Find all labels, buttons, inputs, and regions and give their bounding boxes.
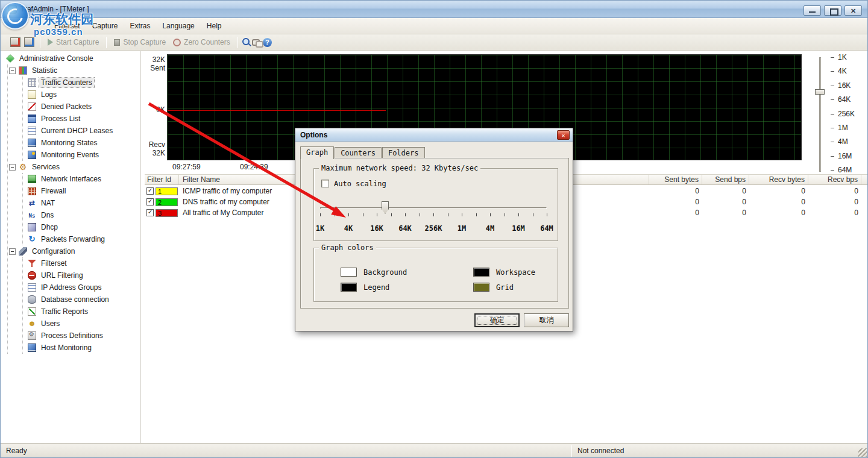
sidebar-item-ip-address-groups[interactable]: IP Address Groups <box>23 281 140 293</box>
tree-item-label: Network Interfaces <box>39 174 103 184</box>
dialog-close-button[interactable] <box>557 130 570 140</box>
collapse-toggle-icon[interactable] <box>9 67 16 74</box>
cancel-button[interactable]: 取消 <box>524 313 569 327</box>
menu-help[interactable]: Help <box>201 19 228 33</box>
tick-mark <box>831 128 834 128</box>
column-header-sent-bytes[interactable]: Sent bytes <box>649 175 702 184</box>
filter-enabled-checkbox[interactable] <box>146 198 154 205</box>
configuration-icon <box>19 247 27 256</box>
menu-extras[interactable]: Extras <box>124 19 156 33</box>
collapse-toggle-icon[interactable] <box>9 164 16 171</box>
tick-mark <box>831 99 834 100</box>
sidebar-item-dns[interactable]: Dns <box>23 209 140 221</box>
scale-tick: 64K <box>831 95 851 104</box>
background-color-swatch[interactable] <box>341 268 357 277</box>
column-header-send-bps[interactable]: Send bps <box>702 175 749 184</box>
status-text: Ready <box>6 447 27 455</box>
ok-button[interactable]: 确定 <box>474 313 520 327</box>
legend-color-swatch[interactable] <box>341 283 357 292</box>
workspace-color-swatch[interactable] <box>473 268 489 277</box>
tree-root-administrative-console[interactable]: Administrative Console <box>0 52 140 64</box>
tree-item-label: Dhcp <box>39 222 60 232</box>
sidebar-item-filterset[interactable]: Filterset <box>23 257 140 269</box>
window-title: TrafAdmin - [TMeter ] <box>20 5 89 13</box>
filter-enabled-checkbox[interactable] <box>146 187 154 195</box>
filter-color-swatch: 1 <box>156 187 178 195</box>
toolbar-separator <box>40 37 40 48</box>
collapse-toggle-icon[interactable] <box>9 248 16 255</box>
tab-counters[interactable]: Counters <box>335 147 382 159</box>
tree-group-statistic[interactable]: Statistic <box>8 64 140 77</box>
start-capture-button[interactable]: Start Capture <box>44 37 102 48</box>
scale-tick: 64M <box>831 166 852 174</box>
column-header-recv-bps[interactable]: Recv bps <box>808 175 861 184</box>
menu-bar: Filterset Capture Extras Language Help <box>0 18 868 34</box>
title-bar[interactable]: TrafAdmin - [TMeter ] <box>0 0 868 18</box>
resize-grip[interactable] <box>858 448 867 457</box>
sidebar-item-packets-forwarding[interactable]: Packets Forwarding <box>23 233 140 245</box>
tree-item-label: Filterset <box>39 259 69 268</box>
minimize-button[interactable] <box>804 5 821 16</box>
scale-tick-label: 1M <box>838 124 848 132</box>
menu-language[interactable]: Language <box>156 19 200 33</box>
filterset-config-icon[interactable] <box>24 37 34 47</box>
sidebar-item-logs[interactable]: Logs <box>23 89 140 101</box>
column-header-recv-bytes[interactable]: Recv bytes <box>749 175 808 184</box>
sidebar-item-traffic-counters[interactable]: Traffic Counters <box>23 77 140 89</box>
speed-tick-label: 1M <box>458 224 466 233</box>
menu-capture[interactable]: Capture <box>86 19 124 33</box>
adapter-config-icon[interactable] <box>10 37 20 47</box>
sidebar-item-host-monitoring[interactable]: Host Monitoring <box>23 342 140 354</box>
tab-folders[interactable]: Folders <box>382 147 425 159</box>
dialog-title-bar[interactable]: Options <box>295 128 573 142</box>
sidebar-item-dhcp[interactable]: Dhcp <box>23 221 140 233</box>
tree-group-services[interactable]: Services <box>8 161 140 173</box>
auto-scaling-checkbox[interactable] <box>321 180 329 187</box>
close-button[interactable] <box>844 5 862 16</box>
sidebar-item-denied-packets[interactable]: Denied Packets <box>23 101 140 113</box>
nat-icon <box>28 199 36 207</box>
tick-mark <box>831 142 834 142</box>
scale-slider-track[interactable] <box>819 57 821 172</box>
sidebar-item-process-list[interactable]: Process List <box>23 113 140 125</box>
toolbar-separator <box>106 37 107 48</box>
sent-label: Sent <box>143 64 165 72</box>
speed-slider-labels: 1K 4K 16K 64K 256K 1M 4M 16M 64M <box>320 224 547 233</box>
menu-filterset[interactable]: Filterset <box>48 19 86 33</box>
denied-packets-icon <box>28 102 36 111</box>
grid-color-swatch[interactable] <box>473 283 489 292</box>
sidebar-item-monitoring-states[interactable]: Monitoring States <box>23 137 140 149</box>
zero-counters-button[interactable]: Zero Counters <box>169 37 234 48</box>
speed-slider-track[interactable] <box>320 207 547 209</box>
tab-graph[interactable]: Graph <box>300 146 334 159</box>
sidebar-item-users[interactable]: Users <box>23 318 140 330</box>
sidebar-item-process-definitions[interactable]: Process Definitions <box>23 330 140 342</box>
maximize-button[interactable] <box>824 5 841 16</box>
tree-item-label: Host Monitoring <box>39 343 93 353</box>
sidebar-item-url-filtering[interactable]: URL Filtering <box>23 269 140 281</box>
sidebar-item-current-dhcp-leases[interactable]: Current DHCP Leases <box>23 125 140 137</box>
zero-counters-label: Zero Counters <box>184 38 230 46</box>
column-header-filter-id[interactable]: Filter Id <box>145 175 179 184</box>
recv-bps-cell: 0 <box>808 198 861 206</box>
search-icon[interactable] <box>242 37 252 47</box>
stop-capture-button[interactable]: Stop Capture <box>110 37 169 48</box>
legend-color-label: Legend <box>363 283 389 292</box>
sidebar-item-database-connection[interactable]: Database connection <box>23 293 140 306</box>
filter-enabled-checkbox[interactable] <box>146 209 154 216</box>
speed-slider-thumb[interactable] <box>382 201 389 214</box>
dhcp-icon <box>28 223 36 231</box>
sidebar-item-traffic-reports[interactable]: Traffic Reports <box>23 306 140 318</box>
zero-scale-label: 0K <box>143 105 165 114</box>
sidebar-item-monitoring-events[interactable]: Monitoring Events <box>23 149 140 161</box>
link-icon[interactable] <box>252 37 263 47</box>
tree-group-configuration[interactable]: Configuration <box>8 245 140 257</box>
sidebar-item-network-interfaces[interactable]: Network Interfaces <box>23 173 140 185</box>
sidebar-item-nat[interactable]: NAT <box>23 197 140 209</box>
tick-mark <box>831 156 834 157</box>
help-icon[interactable] <box>263 38 272 47</box>
scale-slider-thumb[interactable] <box>815 89 825 95</box>
dns-icon <box>28 211 36 219</box>
sidebar-item-firewall[interactable]: Firewall <box>23 185 140 197</box>
time-axis-start: 09:27:59 <box>172 163 201 171</box>
